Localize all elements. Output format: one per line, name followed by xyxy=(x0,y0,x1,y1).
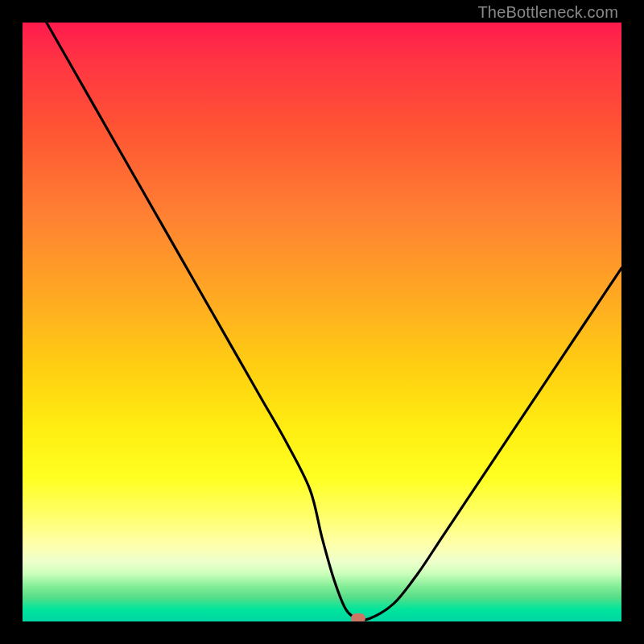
bottleneck-curve xyxy=(23,23,621,621)
plot-area xyxy=(23,23,621,621)
minimum-marker xyxy=(351,613,365,621)
chart-frame: TheBottleneck.com xyxy=(0,0,644,644)
watermark-text: TheBottleneck.com xyxy=(477,3,618,22)
